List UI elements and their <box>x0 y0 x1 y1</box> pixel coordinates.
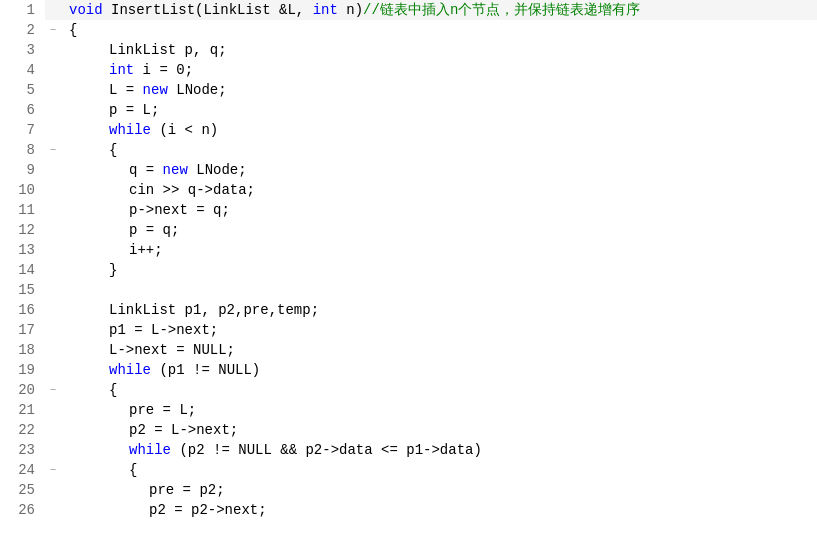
code-content: void InsertList(LinkList &L, int n)//链表中… <box>61 0 817 20</box>
line-number: 9 <box>0 160 45 180</box>
fold-gutter <box>45 440 61 460</box>
fold-gutter <box>45 400 61 420</box>
code-content: q = new LNode; <box>61 160 817 180</box>
code-token: (i < n) <box>151 120 218 140</box>
code-content: { <box>61 20 817 40</box>
code-token: LinkList p1, p2,pre,temp; <box>109 300 319 320</box>
line-number: 11 <box>0 200 45 220</box>
line-number: 4 <box>0 60 45 80</box>
code-row: 9q = new LNode; <box>0 160 817 180</box>
code-token: L->next = NULL; <box>109 340 235 360</box>
code-content: int i = 0; <box>61 60 817 80</box>
code-token: p1 = L->next; <box>109 320 218 340</box>
code-content: while (p2 != NULL && p2->data <= p1->dat… <box>61 440 817 460</box>
code-content: pre = p2; <box>61 480 817 500</box>
code-row: 6p = L; <box>0 100 817 120</box>
code-token: p = q; <box>129 220 179 240</box>
line-number: 25 <box>0 480 45 500</box>
fold-gutter <box>45 240 61 260</box>
fold-gutter <box>45 180 61 200</box>
code-token: p2 = p2->next; <box>149 500 267 520</box>
code-row: 21pre = L; <box>0 400 817 420</box>
code-token: { <box>109 380 117 400</box>
code-token: p2 = L->next; <box>129 420 238 440</box>
fold-gutter <box>45 120 61 140</box>
code-content: { <box>61 380 817 400</box>
code-token: LNode; <box>188 160 247 180</box>
code-content: p->next = q; <box>61 200 817 220</box>
code-token: while <box>109 360 151 380</box>
line-number: 1 <box>0 0 45 20</box>
code-row: 24−{ <box>0 460 817 480</box>
fold-gutter[interactable]: − <box>45 460 61 480</box>
code-row: 10cin >> q->data; <box>0 180 817 200</box>
fold-icon[interactable]: − <box>50 20 57 40</box>
code-content: } <box>61 260 817 280</box>
line-number: 2 <box>0 20 45 40</box>
line-number: 22 <box>0 420 45 440</box>
fold-gutter[interactable]: − <box>45 140 61 160</box>
fold-gutter <box>45 200 61 220</box>
fold-gutter <box>45 0 61 20</box>
fold-icon[interactable]: − <box>50 140 57 160</box>
line-number: 7 <box>0 120 45 140</box>
code-token: InsertList(LinkList &L, <box>111 0 313 20</box>
fold-gutter <box>45 420 61 440</box>
line-number: 21 <box>0 400 45 420</box>
fold-gutter <box>45 220 61 240</box>
fold-gutter <box>45 100 61 120</box>
fold-gutter[interactable]: − <box>45 20 61 40</box>
code-content: p2 = p2->next; <box>61 500 817 520</box>
code-row: 2−{ <box>0 20 817 40</box>
code-content: cin >> q->data; <box>61 180 817 200</box>
fold-icon[interactable]: − <box>50 460 57 480</box>
code-token: p->next = q; <box>129 200 230 220</box>
code-token: (p2 != NULL && p2->data <= p1->data) <box>171 440 482 460</box>
code-token: i = 0; <box>134 60 193 80</box>
code-content: i++; <box>61 240 817 260</box>
code-content: L = new LNode; <box>61 80 817 100</box>
code-row: 19while (p1 != NULL) <box>0 360 817 380</box>
fold-gutter <box>45 260 61 280</box>
fold-gutter[interactable]: − <box>45 380 61 400</box>
code-content: p = q; <box>61 220 817 240</box>
fold-gutter <box>45 280 61 300</box>
line-number: 23 <box>0 440 45 460</box>
line-number: 12 <box>0 220 45 240</box>
code-content: LinkList p, q; <box>61 40 817 60</box>
code-token: p = L; <box>109 100 159 120</box>
code-editor: 1void InsertList(LinkList &L, int n)//链表… <box>0 0 817 551</box>
line-number: 3 <box>0 40 45 60</box>
line-number: 8 <box>0 140 45 160</box>
code-content: p1 = L->next; <box>61 320 817 340</box>
code-row: 5L = new LNode; <box>0 80 817 100</box>
line-number: 24 <box>0 460 45 480</box>
code-token: { <box>129 460 137 480</box>
line-number: 10 <box>0 180 45 200</box>
code-row: 8−{ <box>0 140 817 160</box>
code-token: { <box>69 20 77 40</box>
fold-gutter <box>45 160 61 180</box>
fold-gutter <box>45 60 61 80</box>
code-row: 15 <box>0 280 817 300</box>
line-number: 14 <box>0 260 45 280</box>
line-number: 26 <box>0 500 45 520</box>
code-row: 1void InsertList(LinkList &L, int n)//链表… <box>0 0 817 20</box>
line-number: 6 <box>0 100 45 120</box>
fold-gutter <box>45 480 61 500</box>
code-row: 25pre = p2; <box>0 480 817 500</box>
code-token: new <box>143 80 168 100</box>
fold-icon[interactable]: − <box>50 380 57 400</box>
code-token: void <box>69 0 111 20</box>
code-row: 14} <box>0 260 817 280</box>
code-token: pre = L; <box>129 400 196 420</box>
code-token: } <box>109 260 117 280</box>
code-content <box>61 280 817 300</box>
code-row: 18L->next = NULL; <box>0 340 817 360</box>
code-token: LinkList p, q; <box>109 40 227 60</box>
code-content: { <box>61 140 817 160</box>
code-token: { <box>109 140 117 160</box>
code-token: while <box>129 440 171 460</box>
code-row: 26p2 = p2->next; <box>0 500 817 520</box>
code-content: p = L; <box>61 100 817 120</box>
